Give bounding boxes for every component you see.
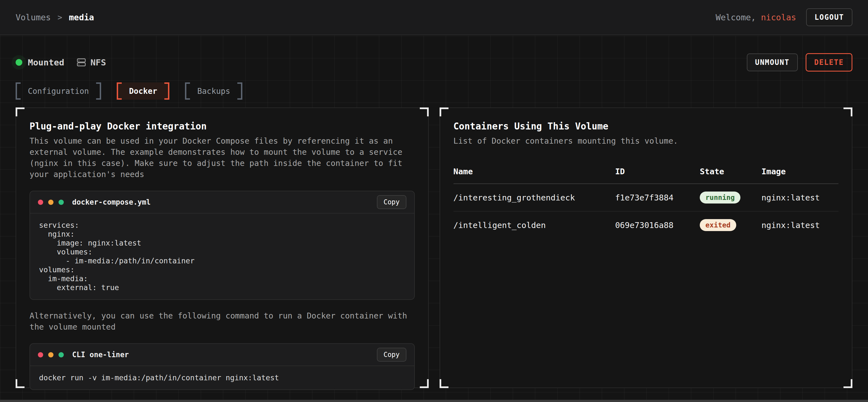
traffic-amber-dot-icon: [48, 200, 54, 205]
docker-panel-title: Plug-and-play Docker integration: [30, 121, 415, 132]
breadcrumb: Volumes > media: [16, 12, 94, 22]
panel-corner-icon: [16, 379, 25, 388]
code-line: - im-media:/path/in/container: [39, 257, 405, 265]
containers-panel-subtitle: List of Docker containers mounting this …: [454, 136, 839, 147]
welcome-label: Welcome,: [716, 12, 761, 22]
status-badge: running: [700, 192, 740, 203]
volume-actions: UNMOUNT DELETE: [747, 53, 853, 72]
column-header-state: State: [700, 162, 761, 184]
column-header-name: Name: [454, 162, 615, 184]
compose-filename: docker-compose.yml: [72, 198, 151, 206]
containers-panel: Containers Using This Volume List of Doc…: [440, 107, 853, 388]
username: nicolas: [761, 12, 796, 22]
bottom-edge-strip: [0, 400, 868, 402]
panel-corner-icon: [843, 107, 852, 116]
traffic-green-dot-icon: [59, 352, 64, 358]
traffic-red-dot-icon: [38, 200, 43, 205]
top-bar: Volumes > media Welcome, nicolas LOGOUT: [0, 0, 868, 35]
container-image: nginx:latest: [761, 184, 838, 211]
bracket-left-icon: [16, 82, 21, 100]
table-row: /intelligent_colden 069e73016a88 exited …: [454, 211, 839, 239]
bracket-right-icon: [237, 82, 242, 100]
docker-panel-description: This volume can be used in your Docker C…: [30, 136, 415, 180]
panel-corner-icon: [420, 107, 429, 116]
mounted-status-dot-icon: [16, 59, 22, 66]
panel-corner-icon: [16, 107, 25, 116]
breadcrumb-chevron-icon: >: [57, 13, 62, 22]
cli-intro-text: Alternatively, you can use the following…: [30, 310, 415, 333]
filesystem-type: NFS: [76, 57, 106, 67]
cli-code-header: CLI one-liner Copy: [30, 344, 414, 366]
containers-table-header: Name ID State Image: [454, 162, 839, 184]
volume-status: Mounted NFS: [16, 57, 106, 67]
tab-docker-label: Docker: [129, 87, 157, 96]
cli-code-body: docker run -v im-media:/path/in/containe…: [30, 366, 414, 390]
containers-panel-title: Containers Using This Volume: [454, 121, 839, 132]
compose-code-header: docker-compose.yml Copy: [30, 191, 414, 213]
panel-corner-icon: [843, 379, 852, 388]
compose-copy-button[interactable]: Copy: [377, 195, 406, 209]
traffic-red-dot-icon: [38, 352, 43, 358]
tab-backups[interactable]: Backups: [185, 82, 242, 100]
cli-copy-button[interactable]: Copy: [377, 348, 406, 362]
bracket-right-icon: [164, 82, 169, 100]
code-line: volumes:: [39, 247, 405, 257]
code-line: image: nginx:latest: [39, 239, 405, 247]
code-line: im-media:: [39, 274, 405, 283]
traffic-green-dot-icon: [59, 200, 64, 205]
bracket-left-icon: [185, 82, 190, 100]
traffic-amber-dot-icon: [48, 352, 54, 358]
docker-integration-panel: Plug-and-play Docker integration This vo…: [16, 107, 429, 388]
column-header-id: ID: [615, 162, 700, 184]
code-line: volumes:: [39, 265, 405, 274]
cli-block-title: CLI one-liner: [72, 350, 129, 359]
content-panels: Plug-and-play Docker integration This vo…: [16, 107, 852, 388]
tab-configuration-label: Configuration: [28, 87, 89, 96]
code-line: nginx:: [39, 230, 405, 239]
server-icon: [76, 58, 86, 67]
panel-corner-icon: [440, 379, 448, 388]
code-line: services:: [39, 221, 405, 230]
tab-backups-label: Backups: [197, 87, 230, 96]
tab-bar: Configuration Docker Backups: [16, 82, 852, 100]
status-actions-row: Mounted NFS UNMOUNT DELETE: [16, 54, 852, 71]
breadcrumb-volumes-link[interactable]: Volumes: [16, 12, 51, 22]
column-header-image: Image: [761, 162, 838, 184]
logout-button[interactable]: LOGOUT: [806, 8, 852, 26]
panel-corner-icon: [440, 107, 448, 116]
container-image: nginx:latest: [761, 211, 838, 239]
containers-table: Name ID State Image /interesting_grothen…: [454, 162, 839, 239]
compose-code-body: services: nginx: image: nginx:latest vol…: [30, 213, 414, 299]
unmount-button[interactable]: UNMOUNT: [747, 54, 798, 71]
fs-type-label: NFS: [91, 57, 106, 67]
mount-status: Mounted: [16, 57, 64, 67]
bracket-left-icon: [117, 82, 122, 100]
tab-docker[interactable]: Docker: [117, 82, 169, 100]
compose-code-block: docker-compose.yml Copy services: nginx:…: [30, 191, 415, 300]
bracket-right-icon: [96, 82, 101, 100]
container-name: /intelligent_colden: [454, 211, 615, 239]
code-line: docker run -v im-media:/path/in/containe…: [39, 373, 405, 382]
status-badge: exited: [700, 219, 736, 231]
table-row: /interesting_grothendieck f1e73e7f3884 r…: [454, 184, 839, 211]
breadcrumb-current-volume: media: [69, 12, 94, 22]
top-bar-right: Welcome, nicolas LOGOUT: [716, 8, 852, 26]
tab-configuration[interactable]: Configuration: [16, 82, 101, 100]
page-body: Mounted NFS UNMOUNT DELETE Configuration: [0, 36, 868, 402]
container-name: /interesting_grothendieck: [454, 184, 615, 211]
panel-corner-icon: [420, 379, 429, 388]
cli-code-block: CLI one-liner Copy docker run -v im-medi…: [30, 343, 415, 390]
container-id: f1e73e7f3884: [615, 184, 700, 211]
container-id: 069e73016a88: [615, 211, 700, 239]
mount-status-label: Mounted: [28, 57, 64, 67]
welcome-text: Welcome, nicolas: [716, 12, 796, 22]
code-line: external: true: [39, 283, 405, 292]
delete-button[interactable]: DELETE: [806, 53, 852, 72]
